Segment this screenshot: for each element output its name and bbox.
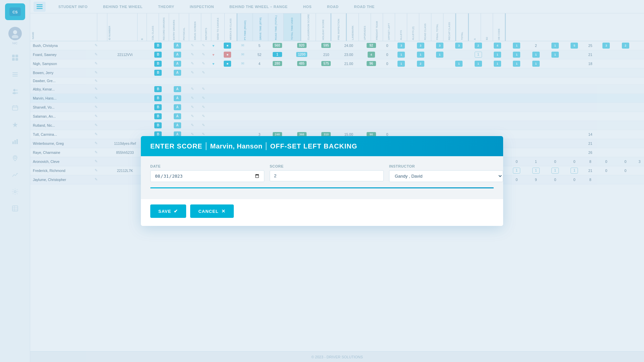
cancel-label: CANCEL <box>198 209 218 214</box>
instructor-label: INSTRUCTOR <box>389 164 503 168</box>
modal-divider <box>150 187 494 188</box>
score-field-group: SCORE <box>270 164 384 181</box>
cancel-button[interactable]: CANCEL ✕ <box>190 204 233 218</box>
date-label: DATE <box>150 164 264 168</box>
score-input[interactable] <box>270 170 384 181</box>
instructor-select[interactable]: Gandy , David Smith , John Jones , Mary <box>389 170 503 182</box>
x-icon: ✕ <box>221 208 226 214</box>
date-input[interactable] <box>150 170 264 182</box>
enter-score-modal: ENTER SCORE Marvin, Hanson OFF-SET LEFT … <box>141 136 503 226</box>
modal-skill: OFF-SET LEFT BACKING <box>270 142 357 150</box>
modal-fields: DATE SCORE INSTRUCTOR Gandy , David Smit… <box>150 164 494 182</box>
instructor-field-group: INSTRUCTOR Gandy , David Smith , John Jo… <box>389 164 503 182</box>
modal-overlay[interactable]: ENTER SCORE Marvin, Hanson OFF-SET LEFT … <box>0 0 644 362</box>
header-separator <box>206 142 207 150</box>
header-separator-2 <box>266 142 267 150</box>
save-label: SAVE <box>158 209 171 214</box>
score-label: SCORE <box>270 164 384 168</box>
modal-header: ENTER SCORE Marvin, Hanson OFF-SET LEFT … <box>141 136 503 156</box>
check-icon: ✔ <box>174 208 178 214</box>
save-button[interactable]: SAVE ✔ <box>150 204 186 218</box>
modal-footer: SAVE ✔ CANCEL ✕ <box>141 199 503 226</box>
modal-body: DATE SCORE INSTRUCTOR Gandy , David Smit… <box>141 156 503 199</box>
date-field-group: DATE <box>150 164 264 182</box>
modal-student-name: Marvin, Hanson <box>210 142 262 150</box>
modal-title: ENTER SCORE <box>150 142 202 150</box>
